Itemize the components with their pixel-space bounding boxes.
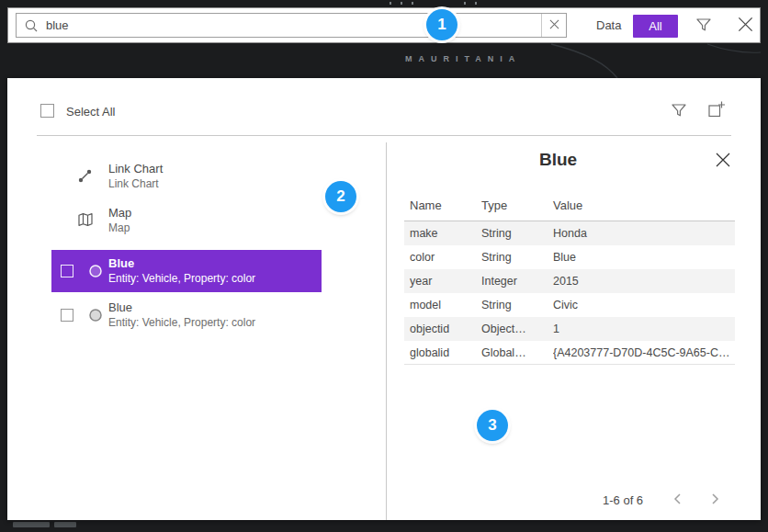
- cell-type: Integer: [481, 275, 553, 288]
- search-close-button[interactable]: [734, 16, 756, 36]
- result-subtitle: Entity: Vehicle, Property: color: [108, 316, 255, 329]
- table-header: Name Type Value: [404, 194, 735, 221]
- result-item-link-chart[interactable]: Link Chart Link Chart: [51, 155, 322, 198]
- scope-all-button[interactable]: All: [633, 15, 678, 38]
- cell-value: 1: [553, 323, 729, 335]
- result-item-blue-selected[interactable]: Blue Entity: Vehicle, Property: color: [51, 250, 322, 292]
- map-label-fragment: [464, 2, 466, 5]
- cell-value: Blue: [553, 251, 729, 264]
- panel-divider: [386, 142, 387, 520]
- map-icon: [77, 211, 94, 228]
- column-header: Name: [410, 198, 481, 212]
- header-divider: [37, 135, 731, 136]
- callout-badge-3: 3: [477, 410, 508, 441]
- chevron-left-icon: [671, 492, 685, 509]
- search-icon: [24, 18, 39, 33]
- result-subtitle: Link Chart: [108, 177, 159, 190]
- search-results-panel: Select All Link Chart Link Chart Map: [7, 78, 761, 520]
- cell-name: make: [410, 227, 481, 240]
- table-row: color String Blue: [404, 245, 735, 269]
- select-all-label: Select All: [66, 105, 115, 119]
- detail-close-button[interactable]: [713, 151, 733, 171]
- map-label-fragment: [401, 2, 402, 5]
- cell-value: Honda: [553, 227, 729, 240]
- pagination-next-button[interactable]: [704, 489, 726, 511]
- clear-search-button[interactable]: [541, 14, 566, 37]
- table-row: globalid Global… {A4203777-D70D-4C5C-9A6…: [404, 341, 735, 365]
- detail-title: Blue: [539, 150, 577, 170]
- result-checkbox[interactable]: [61, 265, 73, 277]
- result-title: Blue: [108, 300, 132, 314]
- cell-name: year: [410, 275, 481, 288]
- add-selection-button[interactable]: [706, 99, 728, 121]
- callout-badge-1: 1: [426, 9, 457, 40]
- cell-value: Civic: [553, 299, 729, 311]
- select-all-checkbox[interactable]: [40, 104, 54, 118]
- table-row: model String Civic: [404, 293, 735, 317]
- clear-icon: [549, 18, 559, 32]
- entity-node-icon: [88, 264, 103, 278]
- results-filter-button[interactable]: [669, 101, 689, 121]
- result-subtitle: Entity: Vehicle, Property: color: [108, 272, 255, 285]
- result-subtitle: Map: [108, 221, 130, 234]
- cell-name: objectid: [410, 323, 481, 335]
- column-header: Type: [481, 198, 553, 212]
- cell-type: String: [481, 227, 553, 240]
- cell-type: String: [481, 299, 553, 311]
- column-header: Value: [553, 198, 729, 212]
- close-icon: [715, 152, 731, 171]
- filter-funnel-icon: [671, 102, 687, 121]
- search-input-container: [16, 13, 567, 38]
- link-chart-icon: [77, 167, 94, 184]
- chevron-right-icon: [707, 492, 722, 509]
- map-attribution-blur: [13, 522, 50, 527]
- result-title: Link Chart: [108, 162, 163, 175]
- map-attribution-blur: [54, 522, 76, 527]
- add-plus-icon: [707, 100, 726, 121]
- cell-type: String: [481, 251, 553, 264]
- pagination-prev-button[interactable]: [667, 489, 689, 511]
- entity-node-icon: [88, 308, 103, 323]
- search-input[interactable]: [44, 14, 541, 37]
- table-row: objectid Object… 1: [404, 317, 735, 341]
- cell-name: model: [410, 299, 481, 311]
- cell-type: Object…: [481, 323, 553, 335]
- pagination-label: 1-6 of 6: [603, 493, 643, 507]
- cell-type: Global…: [481, 346, 553, 359]
- table-row: year Integer 2015: [404, 269, 735, 293]
- map-region-label: MAURITANIA: [405, 54, 521, 63]
- cell-value: 2015: [553, 275, 729, 288]
- callout-badge-2: 2: [325, 181, 356, 212]
- search-filter-button[interactable]: [694, 17, 714, 35]
- scope-data-button[interactable]: Data: [587, 8, 630, 42]
- filter-funnel-icon: [695, 17, 712, 36]
- cell-name: globalid: [410, 346, 481, 359]
- result-checkbox[interactable]: [61, 309, 73, 322]
- table-row: make String Honda: [404, 221, 735, 245]
- result-title: Map: [108, 206, 131, 220]
- properties-table: Name Type Value make String Honda color …: [404, 194, 735, 365]
- result-item-blue[interactable]: Blue Entity: Vehicle, Property: color: [51, 294, 322, 336]
- result-title: Blue: [108, 256, 134, 270]
- search-bar: Data All: [7, 7, 761, 43]
- close-icon: [737, 16, 754, 36]
- cell-name: color: [410, 251, 481, 264]
- result-item-map[interactable]: Map Map: [51, 199, 322, 242]
- map-label-fragment: [475, 2, 477, 5]
- map-label-fragment: [390, 2, 391, 5]
- screen: MAURITANIA Data All: [0, 0, 768, 532]
- cell-value: {A4203777-D70D-4C5C-9A65-C…: [553, 346, 729, 359]
- map-label-fragment: [412, 2, 413, 5]
